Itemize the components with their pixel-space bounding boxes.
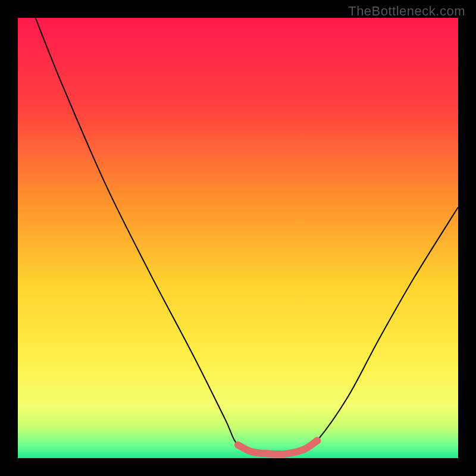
marker-dots: [314, 437, 321, 444]
gradient-background: [18, 18, 458, 458]
marker-dot: [314, 437, 321, 444]
bottleneck-chart: [0, 0, 476, 476]
watermark-text: TheBottleneck.com: [348, 4, 465, 19]
chart-frame: TheBottleneck.com: [0, 0, 476, 476]
